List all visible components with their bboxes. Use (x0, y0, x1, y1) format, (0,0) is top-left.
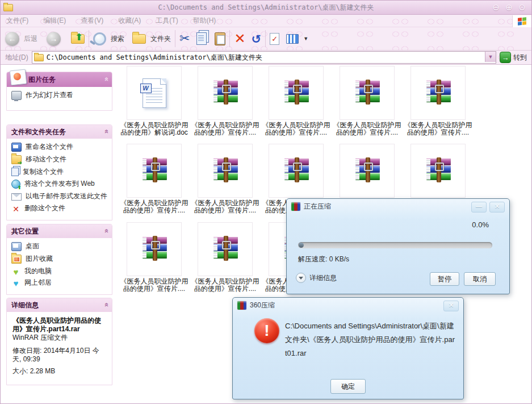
compress-dialog-title: 正在压缩 (304, 202, 331, 211)
file-item[interactable]: 《医务人员职业防护用品的使用》宣传片.... (261, 66, 332, 136)
dialog-close-button[interactable]: ✕ (489, 202, 505, 213)
cut-icon: ✂ (179, 32, 190, 45)
pause-button[interactable]: 暂停 (430, 272, 459, 286)
file-item[interactable]: 《医务人员职业防护用品的使用》宣传片.... (332, 66, 403, 136)
checkmark-doc-icon (270, 33, 279, 45)
cut-button[interactable]: ✂ (179, 32, 190, 45)
progress-percent: 0.0% (472, 220, 489, 229)
delete-button[interactable]: ✕ (234, 32, 245, 45)
dialog-close-button[interactable]: ✕ (443, 301, 459, 311)
close-button[interactable]: ⊙ (517, 2, 527, 12)
menu-file[interactable]: 文件(F) (6, 16, 28, 26)
address-bar: 地址(D) C:\Documents and Settings\Administ… (1, 51, 531, 65)
file-item[interactable]: 《医务人员职业防护用品的使用》宣传片.... (403, 66, 474, 136)
file-thumbnail (127, 144, 182, 198)
winrar-archive-icon (212, 159, 239, 183)
error-dialog-title: 360压缩 (250, 301, 275, 310)
speed-text: 解压速度: 0 KB/s (298, 255, 349, 264)
file-label: 《医务人员职业防护用品的使用》宣传片.... (190, 199, 261, 214)
file-thumbnail (340, 66, 395, 120)
file-thumbnail (127, 222, 182, 276)
details-toggle[interactable]: 详细信息 (296, 273, 337, 283)
error-dialog-titlebar: 360压缩 (233, 298, 463, 313)
error-icon: ! (254, 318, 279, 343)
progress-fill (299, 243, 304, 248)
go-button[interactable]: → (500, 52, 511, 63)
forward-button[interactable]: → (47, 32, 61, 46)
address-folder-icon (34, 54, 44, 61)
copy-button[interactable] (196, 32, 207, 45)
windows-logo (512, 15, 531, 27)
file-thumbnail (269, 66, 324, 120)
up-folder-icon: ⬆ (71, 34, 85, 44)
file-thumbnail (198, 66, 253, 120)
file-label: 《医务人员职业防护用品的使用》宣传片.... (190, 278, 261, 293)
file-label: 《医务人员职业防护用品的使用》宣传片.... (190, 122, 261, 136)
file-item[interactable]: 《医务人员职业防护用品的使用》宣传片.... (190, 144, 261, 214)
undo-button[interactable]: ↺ (252, 33, 262, 45)
error-message: C:\Documents and Settings\Administrator\… (285, 319, 456, 360)
forward-icon: → (47, 32, 61, 46)
file-item[interactable]: 《医务人员职业防护用品的使用》宣传片.... (119, 144, 190, 214)
winrar-archive-icon (283, 81, 310, 105)
views-caret-icon: ▼ (303, 36, 308, 41)
views-button[interactable]: ▼ (286, 34, 308, 44)
views-icon (286, 34, 299, 44)
file-item[interactable]: 《医务人员职业防护用品的使用》宣传片.... (190, 66, 261, 136)
360zip-icon (237, 301, 246, 310)
back-label: 后退 (24, 34, 37, 44)
progress-bar (298, 242, 492, 248)
delete-icon: ✕ (234, 32, 245, 45)
up-button[interactable]: ⬆ (71, 34, 85, 44)
back-icon: ← (5, 32, 19, 46)
explorer-window: C:\Documents and Settings\Administrator\… (0, 0, 532, 404)
file-thumbnail (410, 144, 466, 198)
menu-favorites[interactable]: 收藏(A) (118, 16, 141, 26)
menu-tools[interactable]: 工具(T) (156, 16, 178, 26)
file-item[interactable]: 《医务人员职业防护用品的使用》宣传片.... (119, 222, 190, 293)
file-label: 《医务人员职业防护用品的使用》宣传片.... (332, 122, 403, 136)
error-dialog: 360压缩 ✕ ! C:\Documents and Settings\Admi… (232, 297, 464, 399)
address-path: C:\Documents and Settings\Administrator\… (47, 53, 262, 63)
file-label: 《医务人员职业防护用品的使用》宣传片.... (403, 122, 474, 136)
winrar-archive-icon (141, 159, 168, 183)
ok-button[interactable]: 确定 (330, 379, 366, 394)
address-dropdown-button[interactable]: ▼ (485, 52, 496, 62)
go-label: 转到 (513, 53, 527, 63)
file-thumbnail (198, 144, 253, 198)
file-thumbnail: W (127, 66, 182, 120)
back-button[interactable]: ← 后退 (5, 32, 37, 46)
file-thumbnail (410, 66, 466, 120)
folders-button[interactable]: 文件夹 (132, 34, 171, 44)
menu-view[interactable]: 查看(V) (81, 16, 103, 26)
dialog-minimize-button[interactable]: — (471, 202, 487, 213)
paste-icon (215, 32, 225, 45)
winrar-archive-icon (425, 81, 452, 105)
paste-button[interactable] (215, 32, 225, 45)
address-input[interactable]: C:\Documents and Settings\Administrator\… (32, 51, 496, 64)
winrar-archive-icon (354, 81, 381, 105)
menu-help[interactable]: 帮助(H) (193, 16, 216, 26)
file-item[interactable]: 《医务人员职业防护用品的使用》宣传片.... (190, 222, 261, 293)
file-thumbnail (340, 144, 395, 198)
360zip-icon (291, 202, 300, 211)
cancel-button[interactable]: 取消 (464, 272, 496, 286)
properties-button[interactable] (270, 33, 279, 45)
window-title: C:\Documents and Settings\Administrator\… (1, 3, 531, 13)
winrar-archive-icon (354, 159, 381, 183)
undo-icon: ↺ (252, 33, 262, 45)
maximize-button[interactable]: ⊕ (504, 2, 514, 12)
search-label: 搜索 (111, 34, 124, 44)
menu-edit[interactable]: 编辑(E) (43, 16, 66, 26)
file-item[interactable]: W《医务人员职业防护用品的使用》解说词.doc (119, 66, 190, 136)
file-thumbnail (269, 144, 324, 198)
word-doc-icon: W (143, 78, 166, 108)
file-label: 《医务人员职业防护用品的使用》宣传片.... (119, 278, 190, 293)
winrar-archive-icon (212, 81, 239, 105)
search-button[interactable]: 搜索 (93, 32, 124, 45)
copy-icon (196, 32, 207, 45)
file-label: 《医务人员职业防护用品的使用》宣传片.... (261, 122, 332, 136)
winrar-archive-icon (283, 159, 310, 183)
folders-label: 文件夹 (150, 34, 171, 44)
minimize-button[interactable]: ⊖ (491, 2, 501, 12)
